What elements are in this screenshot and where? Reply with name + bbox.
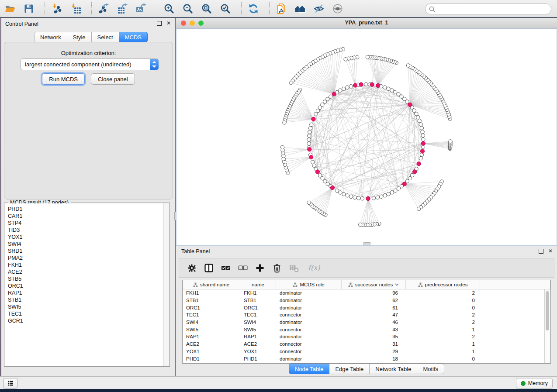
cell-mcds_role[interactable]: dominator [276, 356, 342, 361]
graph-node[interactable] [342, 193, 346, 196]
cell-shared_name[interactable]: TEC1 [183, 312, 240, 317]
hide-selected-icon[interactable] [313, 3, 325, 14]
graph-node[interactable] [360, 197, 364, 200]
mcds-hub-node[interactable] [311, 117, 315, 121]
close-table-panel-icon[interactable]: ✕ [548, 248, 553, 254]
graph-node[interactable] [312, 164, 316, 167]
graph-node[interactable] [406, 64, 410, 67]
cell-mcds_role[interactable]: connector [276, 327, 342, 332]
show-hide-columns-icon[interactable] [204, 263, 214, 273]
table-mode-gear-icon[interactable] [187, 263, 197, 273]
tab-edge-table[interactable]: Edge Table [329, 364, 370, 374]
graph-node[interactable] [339, 191, 342, 194]
cell-mcds_role[interactable]: connector [276, 341, 342, 347]
cell-successor_nodes[interactable]: 47 [342, 312, 406, 317]
column-header-successor-nodes[interactable]: successor nodes [342, 280, 406, 289]
graph-node[interactable] [344, 58, 347, 61]
table-row[interactable]: RAP1RAP1dominator352 [183, 333, 550, 340]
graph-node[interactable] [420, 126, 423, 130]
scrollbar-thumb[interactable] [546, 291, 549, 330]
cell-predecessor_nodes[interactable]: 1 [406, 327, 480, 332]
graph-node[interactable] [357, 196, 360, 200]
cell-successor_nodes[interactable]: 46 [342, 320, 406, 325]
mcds-hub-node[interactable] [330, 186, 334, 189]
cell-shared_name[interactable]: STB1 [183, 298, 240, 303]
cell-predecessor_nodes[interactable]: 2 [406, 320, 480, 325]
mcds-result-item[interactable]: ACE2 [5, 268, 169, 275]
graph-node[interactable] [393, 90, 397, 94]
column-header-MCDS-role[interactable]: MCDS role [276, 280, 342, 289]
mcds-hub-node[interactable] [359, 83, 363, 86]
graph-node[interactable] [346, 86, 349, 89]
cell-predecessor_nodes[interactable]: 0 [406, 305, 480, 310]
graph-node[interactable] [419, 156, 422, 160]
graph-node[interactable] [417, 207, 421, 210]
cell-predecessor_nodes[interactable]: 2 [406, 334, 480, 339]
tab-motifs[interactable]: Motifs [417, 364, 444, 374]
cell-name[interactable]: SWI4 [240, 320, 276, 325]
cell-name[interactable]: RAP1 [240, 334, 276, 339]
table-row[interactable]: SWI5SWI5connector431 [183, 326, 550, 333]
save-session-icon[interactable] [23, 3, 35, 14]
column-header-shared-name[interactable]: shared name [183, 280, 240, 289]
float-panel-icon[interactable] [157, 21, 162, 26]
mcds-hub-node[interactable] [366, 196, 370, 200]
cell-predecessor_nodes[interactable]: 1 [406, 341, 480, 347]
graph-node[interactable] [342, 87, 346, 90]
close-panel-button[interactable]: Close panel [91, 73, 135, 85]
graph-node[interactable] [410, 173, 414, 177]
zoom-selected-icon[interactable] [220, 3, 231, 14]
graph-node[interactable] [307, 141, 311, 145]
graph-node[interactable] [349, 85, 353, 88]
cell-mcds_role[interactable]: dominator [276, 305, 342, 310]
mcds-result-item[interactable]: STP4 [5, 220, 169, 227]
first-neighbors-icon[interactable] [294, 3, 306, 14]
table-row[interactable]: ORC1ORC1dominator610 [183, 304, 550, 311]
network-from-selection-icon[interactable] [276, 3, 287, 14]
graph-node[interactable] [314, 112, 318, 116]
cell-shared_name[interactable]: SWI5 [183, 327, 240, 332]
graph-node[interactable] [412, 109, 416, 112]
graph-node[interactable] [364, 83, 368, 86]
graph-node[interactable] [421, 130, 424, 134]
graph-node[interactable] [353, 196, 356, 199]
graph-node[interactable] [387, 192, 390, 196]
optimization-criterion-dropdown[interactable]: largest connected component (undirected) [21, 58, 159, 70]
tab-select[interactable]: Select [92, 32, 119, 42]
column-header-predecessor-nodes[interactable]: predecessor nodes [406, 280, 480, 289]
add-column-icon[interactable] [255, 263, 265, 273]
cell-predecessor_nodes[interactable]: 2 [406, 312, 480, 317]
mcds-result-item[interactable]: ORC1 [5, 282, 169, 289]
graph-node[interactable] [310, 123, 313, 126]
export-table-icon[interactable] [117, 3, 128, 14]
cell-shared_name[interactable]: ORC1 [183, 305, 240, 310]
graph-node[interactable] [421, 145, 425, 149]
mcds-hub-node[interactable] [421, 141, 425, 145]
mcds-hub-node[interactable] [370, 83, 374, 86]
mcds-hub-node[interactable] [408, 103, 412, 107]
table-row[interactable]: TEC1TEC1connector472 [183, 311, 550, 319]
mcds-result-item[interactable]: CAR1 [5, 213, 169, 220]
tab-mcds[interactable]: MCDS [119, 32, 148, 42]
graph-node[interactable] [415, 112, 418, 116]
graph-node[interactable] [359, 223, 362, 226]
table-row[interactable]: ACE2ACE2connector311 [183, 340, 550, 348]
mcds-hub-node[interactable] [309, 155, 313, 159]
graph-node[interactable] [390, 89, 394, 92]
network-titlebar[interactable]: YPA_prune.txt_1 [176, 18, 557, 28]
mcds-result-item[interactable]: SRD1 [5, 248, 169, 254]
delete-columns-icon[interactable] [272, 263, 282, 273]
mcds-hub-node[interactable] [417, 162, 421, 166]
cell-shared_name[interactable]: ACE2 [183, 341, 240, 347]
show-all-icon[interactable] [332, 3, 343, 14]
mcds-result-item[interactable]: SWI4 [5, 241, 169, 248]
graph-node[interactable] [280, 145, 284, 149]
mcds-result-item[interactable]: STB1 [5, 296, 169, 303]
cell-name[interactable]: ACE2 [240, 341, 276, 347]
cell-successor_nodes[interactable]: 96 [342, 290, 406, 296]
graph-node[interactable] [307, 134, 311, 138]
graph-node[interactable] [376, 196, 379, 199]
import-table-icon[interactable] [70, 3, 81, 14]
mcds-result-item[interactable]: TEC1 [5, 310, 169, 317]
graph-node[interactable] [289, 81, 293, 85]
